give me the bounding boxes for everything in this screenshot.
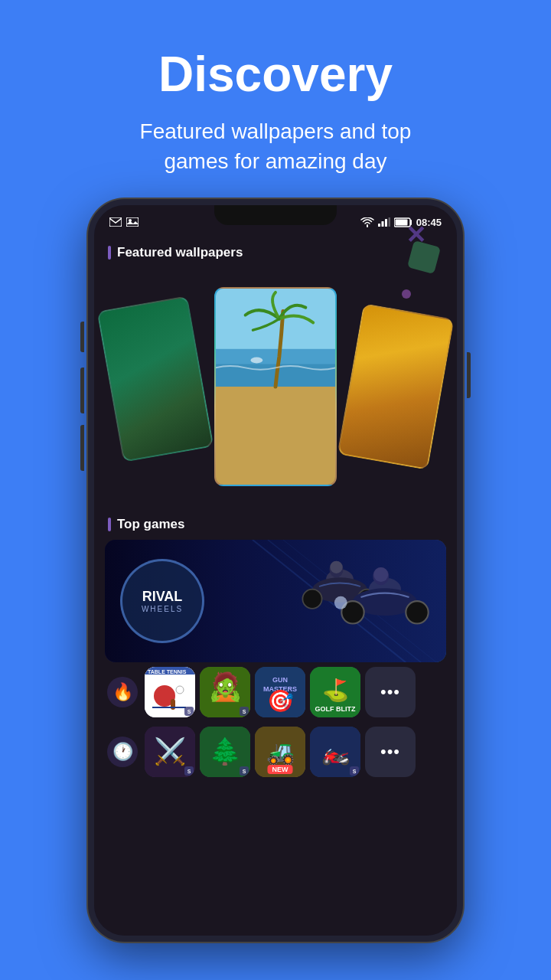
game-icon-bikegame[interactable]: 🏍️ S xyxy=(310,727,360,777)
signal-icon xyxy=(378,217,390,227)
wallpaper-stack[interactable] xyxy=(94,272,457,501)
fire-icon: 🔥 xyxy=(107,677,138,707)
game-icon-stacking[interactable]: 🌲 S xyxy=(200,727,250,777)
phone-body: 08:45 Featured wallpapers ✕ xyxy=(88,199,463,942)
page-subtitle: Featured wallpapers and topgames for ama… xyxy=(140,116,412,176)
svg-point-20 xyxy=(330,561,342,573)
svg-rect-0 xyxy=(109,217,122,227)
status-left xyxy=(109,217,139,227)
section-bar xyxy=(108,246,111,260)
section-bar-games xyxy=(108,518,111,531)
phone-power-button xyxy=(467,352,471,398)
svg-rect-6 xyxy=(388,217,390,227)
top-games-label-text: Top games xyxy=(117,517,184,532)
page-title: Discovery xyxy=(140,46,412,103)
phone-volume-down-button xyxy=(80,425,84,471)
s-badge-tabletennis: S xyxy=(184,707,194,716)
svg-point-29 xyxy=(406,602,428,624)
game-more-1[interactable]: ••• xyxy=(365,667,416,717)
s-badge-stacking: S xyxy=(240,766,249,776)
game-row-2: 🕐 ⚔️ S 🌲 xyxy=(94,722,457,782)
s-badge-zombies: S xyxy=(240,707,249,716)
phone-mute-button xyxy=(80,322,84,352)
new-badge: NEW xyxy=(268,765,293,774)
svg-text:⛳: ⛳ xyxy=(322,678,349,703)
phone-notch xyxy=(214,205,337,225)
trending-button-2[interactable]: 🕐 xyxy=(105,727,140,777)
trending-button-1[interactable]: 🔥 xyxy=(105,667,140,717)
s-badge-warrior: S xyxy=(184,766,194,776)
rival-logo: RIVAL WHEELS xyxy=(120,559,204,643)
svg-rect-5 xyxy=(385,219,387,227)
mail-icon xyxy=(109,217,122,227)
rival-title: RIVAL xyxy=(142,590,183,605)
svg-point-37 xyxy=(176,686,184,694)
phone-mockup: 08:45 Featured wallpapers ✕ xyxy=(88,199,463,942)
svg-text:🚜: 🚜 xyxy=(266,739,295,766)
featured-wallpapers-label: Featured wallpapers xyxy=(94,233,457,268)
wallpaper-right[interactable] xyxy=(337,303,455,470)
rival-subtitle: WHEELS xyxy=(142,605,183,613)
s-badge-bikegame: S xyxy=(350,766,359,776)
wallpaper-left[interactable] xyxy=(97,296,214,462)
svg-text:🏍️: 🏍️ xyxy=(321,739,350,766)
game-row-1: 🔥 TABLE TENNIS xyxy=(94,662,457,722)
header-section: Discovery Featured wallpapers and topgam… xyxy=(94,0,458,199)
wifi-icon xyxy=(360,217,374,227)
svg-text:⚔️: ⚔️ xyxy=(154,736,187,767)
more-dots-1: ••• xyxy=(380,682,400,702)
clock-icon: 🕐 xyxy=(107,737,138,767)
svg-rect-4 xyxy=(381,221,383,227)
phone-volume-up-button xyxy=(80,368,84,413)
game-icon-zombies[interactable]: 🧟 S xyxy=(200,667,250,717)
svg-point-22 xyxy=(302,590,321,609)
game-more-2[interactable]: ••• xyxy=(365,727,416,777)
svg-text:GOLF BLITZ: GOLF BLITZ xyxy=(315,705,356,713)
screen-content: 08:45 Featured wallpapers ✕ xyxy=(94,205,457,936)
game-banner[interactable]: RIVAL WHEELS xyxy=(105,540,446,662)
svg-point-30 xyxy=(334,596,347,609)
svg-rect-12 xyxy=(216,387,335,485)
svg-point-35 xyxy=(158,689,171,703)
svg-text:🎯: 🎯 xyxy=(267,688,294,714)
wallpaper-center[interactable] xyxy=(214,287,337,486)
svg-rect-38 xyxy=(152,707,186,708)
game-icon-warrior[interactable]: ⚔️ S xyxy=(145,727,195,777)
svg-rect-3 xyxy=(378,224,380,227)
section-label-text: Featured wallpapers xyxy=(117,245,243,260)
game-icon-golfblitz[interactable]: ⛳ GOLF BLITZ xyxy=(310,667,360,717)
svg-text:🌲: 🌲 xyxy=(209,736,242,767)
more-dots-2: ••• xyxy=(380,742,400,762)
svg-point-26 xyxy=(373,567,388,582)
game-icon-tabletennis[interactable]: TABLE TENNIS S xyxy=(145,667,195,717)
image-icon xyxy=(126,217,139,227)
bg-shape-square xyxy=(407,240,441,274)
svg-point-13 xyxy=(251,358,263,364)
svg-text:TABLE TENNIS: TABLE TENNIS xyxy=(148,669,187,675)
svg-text:🧟: 🧟 xyxy=(208,670,243,703)
top-games-label: Top games xyxy=(94,505,457,540)
status-right: 08:45 xyxy=(360,217,442,228)
game-icon-newtank[interactable]: 🚜 NEW xyxy=(255,727,305,777)
game-icon-gunmasters[interactable]: GUN MASTERS 🎯 xyxy=(255,667,305,717)
svg-text:GUN: GUN xyxy=(272,676,288,684)
svg-rect-1 xyxy=(126,217,139,227)
